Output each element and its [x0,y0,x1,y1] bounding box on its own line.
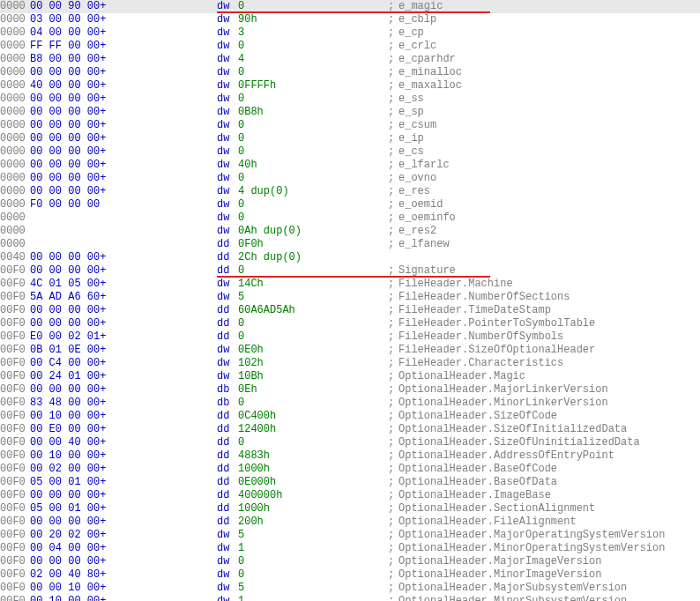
value-col: 5 [238,529,388,542]
disasm-row[interactable]: 000000 00 00 00+dw40h;e_lfarlc [0,159,700,172]
comment-separator: ; [388,595,398,601]
value-col: 0 [238,145,388,159]
disasm-row[interactable]: 0000FF FF 00 00+dw0;e_crlc [0,40,700,53]
value-col: 0 [238,172,388,185]
instruction-col: dw [217,211,238,225]
comment-col: OptionalHeader.SectionAlignment [398,502,595,516]
comment-col: e_cblp [398,13,436,26]
address-col: 00F0 [0,555,30,568]
disasm-row[interactable]: 00F005 00 01 00+dd0E000h;OptionalHeader.… [0,476,700,489]
disasm-row[interactable]: 000000 00 00 00+dw0;e_ip [0,132,700,145]
disasm-row[interactable]: 00F05A AD A6 60+dw5;FileHeader.NumberOfS… [0,291,700,304]
disasm-row[interactable]: 000000 00 90 00+dw0;e_magic [0,0,700,13]
disasm-row[interactable]: 00F000 24 01 00+dw10Bh;OptionalHeader.Ma… [0,370,700,383]
disasm-row[interactable]: 000000 00 00 00+dw0;e_csum [0,119,700,132]
disasm-row[interactable]: 00F000 00 00 00+dd400000h;OptionalHeader… [0,489,700,502]
disasm-row[interactable]: 00F04C 01 05 00+dw14Ch;FileHeader.Machin… [0,278,700,291]
instruction-col: dw [217,595,238,601]
hex-bytes-col: 00 00 00 00+ [30,66,217,79]
disasm-row[interactable]: 00F000 00 10 00+dw5;OptionalHeader.Major… [0,582,700,595]
disasm-row[interactable]: 00F000 00 40 00+dd0;OptionalHeader.SizeO… [0,436,700,449]
address-col: 00F0 [0,304,30,317]
hex-bytes-col: 00 00 00 00+ [30,516,217,529]
instruction-col: dd [217,463,238,476]
hex-bytes-col: 5A AD A6 60+ [30,291,217,304]
disasm-row[interactable]: 00F000 10 00 00+dd4883h;OptionalHeader.A… [0,449,700,463]
hex-bytes-col: 00 00 00 00+ [30,93,217,106]
address-col: 0000 [0,145,30,159]
disasm-row[interactable]: 000004 00 00 00+dw3;e_cp [0,26,700,40]
disasm-row[interactable]: 00F000 00 00 00+dd60A6AD5Ah;FileHeader.T… [0,304,700,317]
instruction-col: dw [217,79,238,93]
disasm-row[interactable]: 00F002 00 40 80+dw0;OptionalHeader.Minor… [0,568,700,582]
disasm-row[interactable]: 00F000 C4 00 00+dw102h;FileHeader.Charac… [0,357,700,370]
disasm-row[interactable]: 000000 00 00 00+dw0;e_ss [0,93,700,106]
disasm-row[interactable]: 00F000 00 00 00+dw0;OptionalHeader.Major… [0,555,700,568]
hex-bytes-col: 00 00 00 00+ [30,251,217,264]
disasm-row[interactable]: 00F000 10 00 00+dd0C400h;OptionalHeader.… [0,410,700,423]
disasm-row[interactable]: 004000 00 00 00+dd2Ch dup(0) [0,251,700,264]
disasm-row[interactable]: 00F000 00 00 00+dd0;Signature [0,264,700,278]
hex-bytes-col: 00 00 00 00+ [30,489,217,502]
instruction-col: dw [217,185,238,198]
value-col: 0 [238,93,388,106]
disasm-row[interactable]: 00F005 00 01 00+dd1000h;OptionalHeader.S… [0,502,700,516]
instruction-col: dw [217,106,238,119]
address-col: 0000 [0,13,30,26]
disasm-row[interactable]: 000000 00 00 00+dw0;e_ovno [0,172,700,185]
disasm-row[interactable]: 0000dd0F0h;e_lfanew [0,238,700,251]
address-col: 00F0 [0,278,30,291]
disasm-row[interactable]: 000000 00 00 00+dw0B8h;e_sp [0,106,700,119]
disasm-row[interactable]: 000000 00 00 00+dw0;e_minalloc [0,66,700,79]
comment-separator: ; [388,463,398,476]
hex-bytes-col: 00 E0 00 00+ [30,423,217,436]
instruction-col: dw [217,66,238,79]
hex-bytes-col: 05 00 01 00+ [30,502,217,516]
disasm-row[interactable]: 00F083 48 00 00+db0;OptionalHeader.Minor… [0,397,700,410]
instruction-col: dw [217,568,238,582]
address-col: 00F0 [0,542,30,555]
comment-separator: ; [388,502,398,516]
comment-col: OptionalHeader.ImageBase [398,489,551,502]
value-col: 0 [238,555,388,568]
address-col: 0000 [0,66,30,79]
disasm-row[interactable]: 0000F0 00 00 00 dw0;e_oemid [0,198,700,211]
hex-bytes-col: 00 00 00 00+ [30,145,217,159]
disasm-row[interactable]: 00F000 00 00 00+db0Eh;OptionalHeader.Maj… [0,383,700,397]
hex-bytes-col: 04 00 00 00+ [30,26,217,40]
instruction-col: dd [217,436,238,449]
value-col: 0 [238,198,388,211]
hex-bytes-col: 02 00 40 80+ [30,568,217,582]
disasm-row[interactable]: 000040 00 00 00+dw0FFFFh;e_maxalloc [0,79,700,93]
address-col: 0000 [0,93,30,106]
hex-bytes-col: 00 00 00 00+ [30,264,217,278]
instruction-col: dd [217,317,238,330]
disasm-row[interactable]: 00F000 20 02 00+dw5;OptionalHeader.Major… [0,529,700,542]
value-col: 0 [238,568,388,582]
disasm-row[interactable]: 000000 00 00 00+dw4 dup(0);e_res [0,185,700,198]
disasm-row[interactable]: 0000B8 00 00 00+dw4;e_cparhdr [0,53,700,66]
disasm-row[interactable]: 00F000 00 00 00+dd0;FileHeader.PointerTo… [0,317,700,330]
disasm-row[interactable]: 00F000 04 00 00+dw1;OptionalHeader.Minor… [0,542,700,555]
instruction-col: dd [217,516,238,529]
address-col: 00F0 [0,476,30,489]
disasm-row[interactable]: 00F000 02 00 00+dd1000h;OptionalHeader.B… [0,463,700,476]
disasm-row[interactable]: 0000dw0Ah dup(0);e_res2 [0,225,700,238]
disasm-row[interactable]: 00F000 00 00 00+dd200h;OptionalHeader.Fi… [0,516,700,529]
comment-col: e_maxalloc [398,79,462,93]
disasm-row[interactable]: 000000 00 00 00+dw0;e_cs [0,145,700,159]
comment-col: OptionalHeader.MajorLinkerVersion [398,383,608,397]
comment-col: FileHeader.NumberOfSymbols [398,330,563,344]
comment-col: FileHeader.SizeOfOptionalHeader [398,344,595,357]
hex-bytes-col: 00 20 02 00+ [30,529,217,542]
disasm-row[interactable]: 00F00B 01 0E 00+dw0E0h;FileHeader.SizeOf… [0,344,700,357]
comment-separator: ; [388,449,398,463]
disasm-row[interactable]: 00F0E0 00 02 01+dd0;FileHeader.NumberOfS… [0,330,700,344]
disasm-row[interactable]: 00F000 E0 00 00+dd12400h;OptionalHeader.… [0,423,700,436]
disasm-row[interactable]: 000003 00 00 00+dw90h;e_cblp [0,13,700,26]
hex-bytes-col: 0B 01 0E 00+ [30,344,217,357]
disasm-row[interactable]: 00F000 10 00 00+dw1;OptionalHeader.Minor… [0,595,700,601]
disasm-row[interactable]: 0000dw0;e_oeminfo [0,211,700,225]
hex-bytes-col: 00 10 00 00+ [30,410,217,423]
instruction-col: dd [217,423,238,436]
